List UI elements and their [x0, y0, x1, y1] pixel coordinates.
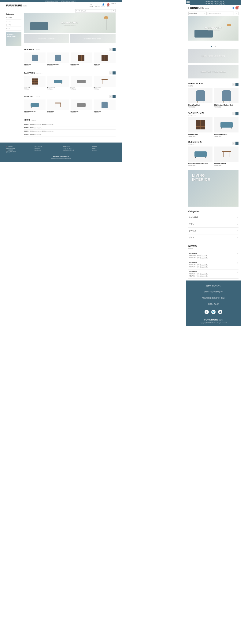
cart-button[interactable]: 🛒0 — [235, 6, 238, 9]
search-input[interactable]: キーワードを入力 — [208, 12, 234, 15]
product-card[interactable]: wooden shelf¥1,400(税込) — [24, 76, 46, 90]
product-image — [220, 122, 233, 128]
user-plus-icon: ⊕ — [91, 3, 92, 5]
product-card[interactable]: wooden shelf¥1,400(税込) — [94, 52, 116, 66]
footer-link[interactable]: 特定商取引法に基づく表記 — [63, 149, 87, 151]
sidebar-category-item[interactable]: テーブル — [6, 23, 21, 27]
product-card[interactable]: wooden shelf small¥1,000(税込) — [71, 52, 92, 66]
carousel-prev-button[interactable]: ‹ — [232, 112, 235, 115]
category-select[interactable]: 全ての商品 — [188, 12, 207, 15]
product-card[interactable]: Blue modern sofa¥1,400(税込) — [214, 117, 238, 137]
cart-link[interactable]: 🛒カート — [107, 3, 110, 7]
category-item[interactable]: チェア — [188, 234, 238, 241]
site-logo[interactable]: FURNITURE store — [6, 4, 27, 7]
carousel-next-button[interactable]: › — [113, 71, 116, 74]
footer-link[interactable]: 特定商取引法に基づく表記 — [188, 295, 238, 301]
carousel-next-button[interactable]: › — [113, 95, 116, 98]
favorites-link[interactable]: ♡お気に入り — [95, 3, 100, 7]
hamburger-menu-button[interactable] — [186, 0, 190, 4]
product-card[interactable]: wooden shelf¥1,400(税込) — [188, 117, 213, 137]
product-card[interactable]: Blue Wing Chair¥1,400(税込) — [94, 99, 116, 113]
twitter-icon[interactable]: 🐦 — [211, 310, 216, 314]
sidebar-category-item[interactable]: チェア — [6, 27, 21, 31]
footer-link[interactable]: お買い物ガイド — [35, 149, 58, 151]
user-icon: 👤 — [232, 7, 234, 9]
product-card[interactable]: Wooden cabinet¥1,400(税込) — [94, 76, 116, 90]
news-item[interactable]: 2022/05/18NEWSタイトルが入ります。NEWSタイトルが入ります。 — [188, 260, 238, 270]
product-card[interactable]: wooden cabinet¥1,400(税込) — [47, 99, 69, 113]
banner-limited-sale[interactable]: LIMITED TIME SALE — [188, 65, 238, 78]
hero-lamp-graphic — [229, 25, 229, 38]
footer-link[interactable]: プライバシーポリシー — [188, 289, 238, 295]
section-new-item: NEW ITEM新着商品 ‹› Blue Wing Chair¥1,000(税込… — [186, 80, 241, 110]
hero-copy: MAINCOPYCommercial sub copy — [205, 26, 222, 31]
carousel-next-button[interactable]: › — [113, 48, 116, 51]
carousel-dot[interactable] — [211, 46, 212, 47]
search-input[interactable] — [75, 9, 112, 13]
facebook-icon[interactable]: f — [205, 310, 209, 314]
footer-link[interactable]: 当サイトについて — [188, 283, 238, 289]
sidebar-category-item[interactable]: ソファー — [6, 20, 21, 23]
account-button[interactable]: 👤 — [232, 7, 234, 9]
carousel-next-button[interactable]: › — [235, 83, 238, 86]
header: FURNITURE store ⊕会員登録 ♡お気に入り 👤ログイン 🛒カート … — [0, 2, 122, 9]
section-title: CAMPAIGN — [188, 111, 204, 114]
section-news: NEWS / 新着情報 2022/05/18NEWSタイトルが入ります。NEWS… — [24, 116, 116, 136]
banner-new-collection[interactable]: NEW COLLECTION — [188, 49, 238, 63]
footer-social-link[interactable]: ▣ Instagram — [92, 149, 116, 151]
cart-total: TOTAL ¥0 — [112, 3, 116, 7]
category-item[interactable]: ソファー — [188, 221, 238, 228]
hero-sofa-graphic — [194, 30, 213, 38]
product-card[interactable]: Mid Century Modern Chair¥1,400(税込) — [47, 52, 69, 66]
carousel-prev-button[interactable]: ‹ — [109, 48, 112, 51]
site-logo[interactable]: FURNITURE store — [188, 6, 209, 9]
product-image — [77, 80, 86, 83]
member-register-link[interactable]: ⊕会員登録 — [90, 3, 93, 7]
product-card[interactable]: Blue modern sofa¥1,400(税込) — [47, 76, 69, 90]
cart-icon: 🛒 — [107, 3, 109, 6]
carousel-prev-button[interactable]: ‹ — [109, 71, 112, 74]
footer-logo: FURNITURE store — [188, 318, 238, 321]
carousel-dots — [186, 42, 241, 49]
carousel-prev-button[interactable]: ‹ — [232, 142, 235, 145]
carousel-prev-button[interactable]: ‹ — [109, 95, 112, 98]
section-subtitle: / 新着商品 — [35, 49, 40, 50]
living-interior-banner[interactable]: LIVINGINTERIOR — [188, 170, 238, 207]
search-button[interactable]: ⌕ — [112, 9, 116, 13]
news-item[interactable]: 2022/05/18NEWSタイトルが入ります。NEWSタイトルが入ります。 — [24, 130, 116, 133]
product-card[interactable]: Blue Wing Chair¥1,000(税込) — [24, 52, 46, 66]
hero-carousel[interactable]: MAINCOPYCommercial sub copy — [188, 16, 238, 41]
carousel-dot[interactable] — [215, 46, 216, 47]
category-item[interactable]: テーブル — [188, 228, 238, 234]
top-announcement-bar: NEWSタイトルが入ります。 NEWSタイトルが入ります。 — [190, 0, 241, 5]
carousel-next-button[interactable]: › — [235, 112, 238, 115]
news-item[interactable]: 2022/05/18NEWSタイトルが入ります。NEWSタイトルが入ります。 — [188, 251, 238, 260]
login-link[interactable]: 👤ログイン — [102, 3, 105, 7]
carousel-next-button[interactable]: › — [235, 142, 238, 145]
sidebar-category-item[interactable]: 全ての商品 — [6, 16, 21, 20]
section-subtitle: / ランキング — [35, 96, 40, 97]
news-item[interactable]: 2022/05/18NEWSタイトルが入ります。NEWSタイトルが入ります。 — [24, 123, 116, 126]
product-card[interactable]: Blue Convertible Sofa Bed¥1,000(税込) — [24, 99, 46, 113]
sidebar-living-banner[interactable]: LIVINGINTERIOR — [6, 32, 21, 46]
news-item[interactable]: 2022/05/18NEWSタイトルが入ります。 — [24, 133, 116, 136]
news-item[interactable]: 2022/05/18NEWSタイトルが入ります。NEWSタイトルが入ります。 — [188, 270, 238, 279]
carousel-prev-button[interactable]: ‹ — [232, 83, 235, 86]
section-title: NEW ITEM — [24, 49, 34, 50]
banner-new-collection[interactable]: NEW COLLECTION — [24, 34, 69, 43]
product-card[interactable]: wooden cabinet¥1,400(税込) — [214, 147, 238, 166]
search-button[interactable]: ⌕ — [235, 12, 238, 15]
news-item[interactable]: 2022/05/18NEWSタイトルが入ります。 — [24, 126, 116, 130]
product-card[interactable]: Gray sofa¥1,000(税込) — [71, 76, 92, 90]
banner-limited-sale[interactable]: LIMITED TIME SALE — [70, 34, 116, 43]
banner-text: NEW COLLECTION — [201, 55, 225, 57]
product-card[interactable]: Blue Convertible Sofa Bed¥1,000(税込) — [188, 147, 213, 166]
category-item[interactable]: 全ての商品 — [188, 214, 238, 221]
product-card[interactable]: Gray modern sofa¥1,000(税込) — [71, 99, 92, 113]
section-title: RANKING — [24, 96, 34, 97]
footer-link[interactable]: お問い合わせ — [188, 301, 238, 307]
instagram-icon[interactable]: ◉ — [218, 310, 222, 314]
product-card[interactable]: Mid Century Modern Chair¥1,400(税込) — [214, 88, 238, 108]
product-card[interactable]: Blue Wing Chair¥1,000(税込) — [188, 88, 213, 108]
hero-carousel[interactable]: MAINCOPYCommercial sub copy — [24, 13, 116, 33]
